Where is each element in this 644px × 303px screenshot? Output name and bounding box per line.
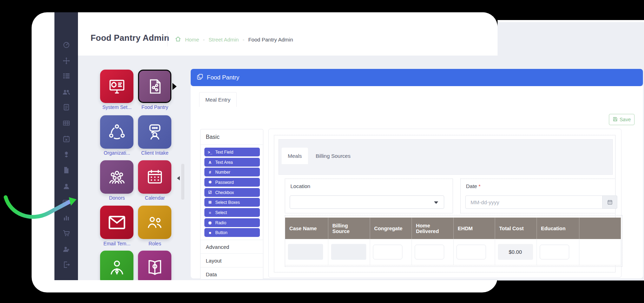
home-icon[interactable]: [175, 36, 181, 43]
tile-staff[interactable]: [100, 251, 133, 280]
dropbox-icon[interactable]: [63, 151, 70, 159]
total-cost-value: $0.00: [498, 244, 533, 260]
tile-label: Roles: [135, 241, 175, 246]
header-divider: [167, 32, 167, 46]
education-input[interactable]: [540, 245, 569, 259]
breadcrumb: Home - Street Admin - Food Pantry Admin: [175, 36, 293, 43]
tile-label: Calendar: [135, 195, 175, 201]
case-name-readonly: [288, 244, 323, 260]
tiles-scrollbar[interactable]: [181, 164, 184, 200]
tile-label: Email Tem...: [97, 241, 137, 246]
tile-roles[interactable]: [138, 206, 171, 239]
asterisk-icon: ✱: [207, 180, 213, 185]
tile-label: System Set...: [97, 104, 137, 110]
field-select-boxes[interactable]: ⊞Select Boxes: [204, 198, 260, 207]
portlet-title: Food Pantry: [207, 74, 239, 81]
document-icon[interactable]: [63, 103, 70, 111]
form-builder-palette: Basic >_Text Field AText Area #Number ✱P…: [200, 129, 263, 279]
list-icon: ≡: [207, 211, 213, 215]
breadcrumb-separator: -: [243, 37, 244, 43]
palette-section-data[interactable]: Data: [201, 267, 263, 279]
palette-section-advanced[interactable]: Advanced: [201, 240, 263, 253]
dashboard-gauge-icon[interactable]: [63, 41, 70, 49]
palette-section-basic[interactable]: Basic: [201, 129, 263, 145]
location-label: Location: [290, 183, 310, 189]
user-add-icon[interactable]: [63, 245, 70, 253]
field-text-field[interactable]: >_Text Field: [204, 148, 260, 156]
table-grid-icon[interactable]: [63, 119, 70, 127]
field-select[interactable]: ≡Select: [204, 208, 260, 217]
shopping-cart-icon[interactable]: [63, 229, 70, 237]
tab-billing-sources[interactable]: Billing Sources: [316, 148, 350, 164]
collapse-arrow-icon[interactable]: [177, 176, 180, 180]
calendar-remove-icon[interactable]: [63, 135, 70, 143]
col-total-cost: Total Cost: [495, 218, 537, 239]
table-header-row: Case Name Billing Source Congregate Home…: [285, 218, 621, 239]
meals-table: Case Name Billing Source Congregate Home…: [285, 218, 621, 265]
tile-calendar[interactable]: [138, 160, 171, 194]
field-text-area[interactable]: AText Area: [204, 158, 260, 167]
date-label: Date *: [466, 183, 481, 189]
col-home-delivered: Home Delivered: [412, 218, 453, 239]
save-icon: [613, 117, 618, 123]
date-input[interactable]: [465, 195, 603, 209]
file-icon[interactable]: [63, 166, 70, 174]
square-icon: ■: [207, 231, 213, 235]
tab-meal-entry[interactable]: Meal Entry: [199, 92, 237, 107]
tile-system-settings[interactable]: [100, 70, 133, 103]
date-picker-button[interactable]: [603, 195, 617, 209]
field-button[interactable]: ■Button: [204, 228, 260, 237]
col-congregate: Congregate: [370, 218, 412, 239]
chevron-down-icon: [434, 201, 438, 204]
portlet-header: Food Pantry: [191, 69, 643, 86]
tile-client-intake[interactable]: [138, 115, 171, 149]
tile-label: Client Intake: [135, 150, 175, 156]
list-icon[interactable]: [63, 72, 70, 80]
palette-section-layout[interactable]: Layout: [201, 253, 263, 267]
annotation-arrow: [0, 186, 81, 225]
field-checkbox[interactable]: ☑Checkbox: [204, 188, 260, 197]
checkbox-icon: ☑: [207, 190, 213, 195]
logout-icon[interactable]: [63, 261, 70, 269]
breadcrumb-home[interactable]: Home: [185, 37, 199, 43]
plus-square-icon: ⊞: [207, 200, 213, 205]
tab-meals[interactable]: Meals: [282, 148, 308, 164]
ehdm-input[interactable]: [456, 245, 486, 259]
col-education: Education: [537, 218, 579, 239]
move-arrows-icon[interactable]: [63, 57, 70, 65]
tile-label: Food Pantry: [135, 104, 175, 110]
billing-source-readonly: [331, 244, 366, 260]
radio-icon: ◉: [207, 220, 213, 225]
col-billing-source: Billing Source: [328, 218, 370, 239]
field-password[interactable]: ✱Password: [204, 178, 260, 187]
save-label: Save: [620, 117, 631, 122]
tile-selected-pointer: [172, 83, 177, 90]
col-case-name: Case Name: [285, 218, 328, 239]
location-select[interactable]: [290, 195, 444, 209]
page-title: Food Pantry Admin: [91, 33, 169, 43]
breadcrumb-current: Food Pantry Admin: [248, 37, 293, 43]
field-number[interactable]: #Number: [204, 168, 260, 176]
home-delivered-input[interactable]: [415, 245, 444, 259]
breadcrumb-separator: -: [203, 37, 205, 43]
tile-donors[interactable]: [100, 160, 133, 194]
sidebar: [54, 12, 78, 280]
tile-food-pantry[interactable]: [138, 70, 171, 103]
hash-icon: #: [207, 170, 213, 174]
breadcrumb-street-admin[interactable]: Street Admin: [209, 37, 239, 43]
tile-organization[interactable]: [100, 115, 133, 149]
tile-label: Organizati...: [97, 150, 137, 156]
marketing-canvas: Food Pantry Admin Home - Street Admin - …: [0, 0, 644, 303]
save-button[interactable]: Save: [609, 114, 635, 125]
terminal-icon: >_: [207, 150, 213, 154]
col-actions: [579, 218, 621, 239]
copy-pages-icon: [197, 73, 203, 82]
tile-reports[interactable]: [138, 251, 171, 280]
calendar-icon: [607, 199, 613, 205]
tile-label: Donors: [97, 195, 137, 201]
tile-email-templates[interactable]: [100, 206, 133, 239]
congregate-input[interactable]: [373, 245, 402, 259]
users-group-icon[interactable]: [63, 88, 70, 96]
field-radio[interactable]: ◉Radio: [204, 218, 260, 227]
table-row: $0.00: [285, 239, 621, 265]
